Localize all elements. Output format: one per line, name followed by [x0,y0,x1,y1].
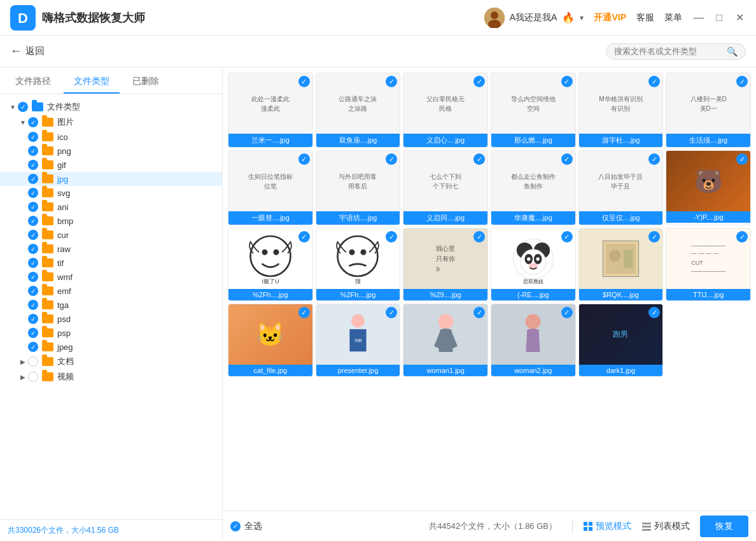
checkbox-emf[interactable]: ✓ [28,286,38,296]
tree-item-jpg[interactable]: ✓ jpg [0,172,222,186]
file-item[interactable]: ✓ 我心里只有你Ir %29....jpg [403,228,488,301]
tree-item-png[interactable]: ✓ png [0,144,222,158]
checkbox-png[interactable]: ✓ [28,146,38,156]
file-check[interactable]: ✓ [473,153,485,165]
file-item[interactable]: ✓ woman1.jpg [403,304,488,377]
file-item[interactable]: ✓ woman2.jpg [491,304,576,377]
file-item[interactable]: ✓ 与外后吧用客用客后 宇语坊....jpg [316,150,401,225]
file-check[interactable]: ✓ [561,153,573,165]
file-item[interactable]: ✓ M华格洪有识别有识别 游字杜....jpg [578,73,664,148]
tree-item-photos[interactable]: ▼ ✓ 图片 [0,115,222,130]
checkbox-tif[interactable]: ✓ [28,258,38,268]
checkbox-raw[interactable]: ✓ [28,244,38,254]
file-check[interactable]: ✓ [386,76,397,87]
tree-item-jpeg[interactable]: ✓ jpeg [0,340,222,354]
file-item[interactable]: ✓ 都么走公鱼制作鱼制作 华康魔....jpg [491,150,576,225]
file-check[interactable]: ✓ [386,231,397,242]
tree-item-video[interactable]: ▶ 视频 [0,369,222,384]
tree-item-cur[interactable]: ✓ cur [0,228,222,242]
file-check[interactable]: ✓ [736,153,748,165]
vip-button[interactable]: 开通VIP [594,12,626,24]
checkbox-gif[interactable]: ✓ [28,160,38,170]
checkbox-svg[interactable]: ✓ [28,188,38,198]
tree-item-ico[interactable]: ✓ ico [0,130,222,144]
restore-button[interactable]: 恢复 [700,516,748,537]
preview-mode-button[interactable]: 预览模式 [583,521,631,532]
list-mode-button[interactable]: 列表模式 [641,521,690,532]
file-item[interactable]: ✓ 跑男 dark1.jpg [578,304,664,377]
file-check[interactable]: ✓ [298,231,310,242]
tree-item-emf[interactable]: ✓ emf [0,284,222,298]
checkbox-wmf[interactable]: ✓ [28,272,38,282]
checkbox-psp[interactable]: ✓ [28,328,38,338]
file-check[interactable]: ✓ [648,153,660,165]
tree-item-gif[interactable]: ✓ gif [0,158,222,172]
file-check[interactable]: ✓ [298,153,310,165]
checkbox-video[interactable] [28,372,38,382]
tree-item-psp[interactable]: ✓ psp [0,326,222,340]
file-item[interactable]: ✓ 公路通车之涂之涂路 双鱼庙....jpg [316,73,401,148]
avatar[interactable] [484,8,505,28]
tree-item-tif[interactable]: ✓ tif [0,256,222,270]
tree-item-docs[interactable]: ▶ 文档 [0,354,222,369]
tab-filepath[interactable]: 文件路径 [5,71,61,94]
file-item[interactable]: ✓ I服了U %2Fh....jpg [228,228,313,301]
file-item[interactable]: ✓ 思双胞姐 [491,228,576,301]
tree-item-ani[interactable]: ✓ ani [0,200,222,214]
search-box[interactable]: 🔍 [606,43,746,60]
support-button[interactable]: 客服 [636,12,654,24]
tree-item-root[interactable]: ▼ ✓ 文件类型 [0,99,222,115]
file-item[interactable]: ✓ 父白零民格元民格 义启心....jpg [403,73,488,148]
tab-filetype[interactable]: 文件类型 [64,71,120,94]
file-item[interactable]: ✓ 七么个下到个下到七 义启同....jpg [403,150,488,225]
close-button[interactable]: ✕ [733,11,746,24]
tree-item-svg[interactable]: ✓ svg [0,186,222,200]
file-check[interactable]: ✓ [386,153,397,165]
checkbox-psd[interactable]: ✓ [28,314,38,324]
file-item[interactable]: ✓ 讲解 presenter.jpg [316,304,401,377]
checkbox-photos[interactable]: ✓ [28,117,38,127]
checkbox-ani[interactable]: ✓ [28,202,38,212]
menu-button[interactable]: 菜单 [664,12,682,24]
file-check[interactable]: ✓ [736,231,748,242]
checkbox-jpg[interactable]: ✓ [28,174,38,184]
file-item[interactable]: ✓ —————— 一 一 一 一 CUT —————— TTlJ....jpg [666,228,751,301]
checkbox-bmp[interactable]: ✓ [28,216,38,226]
checkbox-jpeg[interactable]: ✓ [28,342,38,352]
checkbox-docs[interactable] [28,356,38,367]
file-item[interactable]: ✓ 八楼到一美D美D一 生活须....jpg [666,73,751,148]
maximize-button[interactable]: □ [713,11,725,24]
file-check[interactable]: ✓ [561,76,573,87]
checkbox-root[interactable]: ✓ [18,102,28,112]
tree-item-psd[interactable]: ✓ psd [0,312,222,326]
checkbox-tga[interactable]: ✓ [28,300,38,310]
file-item[interactable]: ✓ 导么内空间维他空间 那么燃....jpg [491,73,576,148]
file-item[interactable]: ✓ $RQK....jpg [578,228,664,301]
file-check[interactable]: ✓ [298,76,310,87]
file-check[interactable]: ✓ [298,307,310,318]
checkbox-cur[interactable]: ✓ [28,230,38,240]
file-item[interactable]: ✓ 🐱 cat_file.jpg [228,304,313,377]
file-item[interactable]: ✓ 八目始发毕于且毕于且 仅呈仅....jpg [578,150,664,225]
file-check[interactable]: ✓ [561,307,573,318]
tree-item-tga[interactable]: ✓ tga [0,298,222,312]
search-input[interactable] [614,46,727,56]
tree-item-bmp[interactable]: ✓ bmp [0,214,222,228]
file-check[interactable]: ✓ [473,231,485,242]
file-item[interactable]: ✓ 🐻 -Y)P....jpg [666,150,751,225]
minimize-button[interactable]: — [692,11,705,24]
user-dropdown-icon[interactable]: ▾ [580,13,584,22]
checkbox-ico[interactable]: ✓ [28,132,38,142]
back-button[interactable]: ← 返回 [10,45,45,58]
select-all-button[interactable]: ✓ 全选 [230,521,262,532]
file-check[interactable]: ✓ [561,231,573,242]
file-item[interactable]: ✓ 此处一漫柔此漫柔此 兰米一....jpg [228,73,313,148]
file-check[interactable]: ✓ [473,76,485,87]
tree-item-wmf[interactable]: ✓ wmf [0,270,222,284]
tree-item-raw[interactable]: ✓ raw [0,242,222,256]
file-item[interactable]: ✓ 报 %2Fh....jpg [316,228,401,301]
file-item[interactable]: ✓ 生则日位笔指标位笔 一眼替....jpg [228,150,313,225]
file-check[interactable]: ✓ [473,307,485,318]
file-check[interactable]: ✓ [736,76,748,87]
tab-deleted[interactable]: 已删除 [122,71,169,94]
